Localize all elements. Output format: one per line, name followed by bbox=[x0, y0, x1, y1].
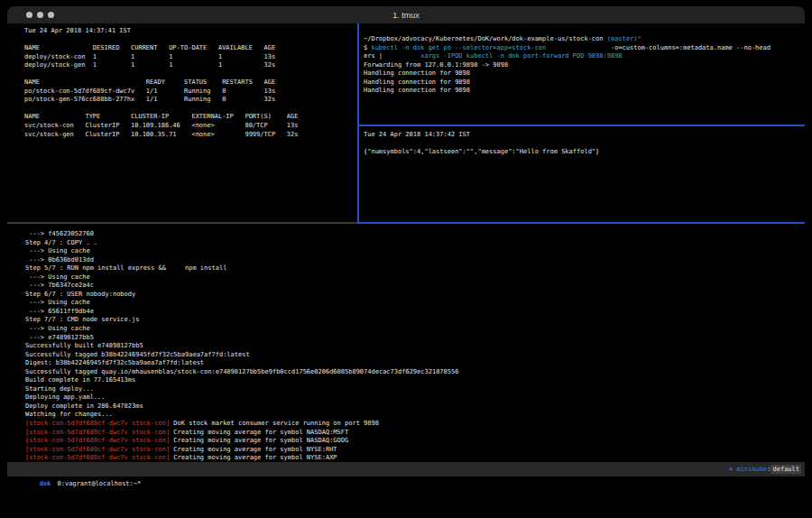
pane-border-vertical bbox=[357, 23, 359, 224]
terminal-line: NAME TYPE CLUSTER-IP EXTERNAL-IP PORT(S)… bbox=[24, 113, 354, 122]
pane-border-horizontal-right-bottom bbox=[357, 222, 805, 224]
terminal-line: Handling connection for 9898 bbox=[364, 69, 802, 79]
terminal-line: ---> Using cache bbox=[25, 247, 803, 256]
pane-port-forward[interactable]: ~/Dropbox/advocacy/Kubernetes/DoK/work/d… bbox=[364, 35, 802, 96]
terminal-line: ers | xargs -IPOD kubectl -n dok port-fo… bbox=[364, 52, 802, 61]
terminal-line: Step 4/7 : COPY . . bbox=[25, 239, 803, 248]
terminal-line: Step 5/7 : RUN npm install express && np… bbox=[25, 264, 803, 273]
pane-skaffold-log[interactable]: ---> f45623052760Step 4/7 : COPY . . ---… bbox=[25, 230, 803, 463]
terminal-line: {"numsymbols":4,"lastseen":"","message":… bbox=[364, 148, 802, 157]
terminal-line: Step 6/7 : USER nobody:nobody bbox=[25, 291, 803, 300]
terminal-line: ---> 65611ff9db4e bbox=[25, 308, 803, 317]
terminal-line: Tue 24 Apr 2018 14:37:42 IST bbox=[364, 131, 802, 140]
terminal-line: [stock-con-5d7df689cf-dwc7v stock-con] C… bbox=[25, 429, 803, 438]
kube-context-name: minikube bbox=[737, 466, 768, 473]
terminal-line: Successfully tagged quay.io/mhausenblas/… bbox=[25, 368, 803, 377]
kube-namespace: default bbox=[770, 465, 801, 474]
terminal-line: Digest: b38b42246945fd7f32c5ba9aea7af7fd… bbox=[25, 359, 803, 368]
terminal-line: Handling connection for 9898 bbox=[364, 79, 802, 88]
terminal-line: ---> Using cache bbox=[25, 273, 803, 282]
pane-border-horizontal-left bbox=[7, 222, 357, 224]
titlebar: 1. tmux bbox=[7, 6, 805, 23]
terminal-line: Handling connection for 9898 bbox=[364, 87, 802, 96]
terminal-line: po/stock-con-5d7df689cf-dwc7v 1/1 Runnin… bbox=[24, 88, 354, 97]
terminal-line: NAME READY STATUS RESTARTS AGE bbox=[24, 79, 354, 88]
terminal-line bbox=[364, 140, 802, 149]
pane-service-response[interactable]: Tue 24 Apr 2018 14:37:42 IST{"numsymbols… bbox=[364, 131, 802, 157]
terminal-line: Watching for changes... bbox=[25, 411, 803, 420]
window-title: 1. tmux bbox=[7, 11, 805, 20]
pane-border-horizontal-right bbox=[357, 125, 805, 126]
terminal-window: 1. tmux Tue 24 Apr 2018 14:37:41 ISTNAME… bbox=[0, 0, 812, 518]
terminal-line: Tue 24 Apr 2018 14:37:41 IST bbox=[24, 27, 354, 36]
terminal-line: ---> Using cache bbox=[25, 299, 803, 308]
terminal-line: NAME DESIRED CURRENT UP-TO-DATE AVAILABL… bbox=[24, 44, 354, 53]
terminal-line: svc/stock-gen ClusterIP 10.100.35.71 <no… bbox=[24, 131, 354, 140]
terminal-line: ---> Using cache bbox=[25, 325, 803, 334]
terminal-line: svc/stock-con ClusterIP 10.109.186.46 <n… bbox=[24, 122, 354, 131]
terminal-line: Step 7/7 : CMD node service.js bbox=[25, 316, 803, 325]
terminal-line: ---> 7b6347ce2a4c bbox=[25, 282, 803, 291]
terminal-line: deploy/stock-gen 1 1 1 1 32s bbox=[24, 61, 354, 70]
kubernetes-helm-icon: ⎈ bbox=[729, 466, 736, 473]
kube-context-indicator: ⎈ minikube:default bbox=[729, 462, 801, 476]
terminal-line: ---> e74898127bb5 bbox=[25, 334, 803, 343]
terminal-line: Starting deploy... bbox=[25, 385, 803, 394]
terminal-line bbox=[24, 36, 354, 45]
terminal-line: Deploy complete in 286.647823ms bbox=[25, 402, 803, 412]
tmux-window-item[interactable]: 0:vagrant@localhost:~* bbox=[58, 480, 142, 487]
terminal-line: [stock-con-5d7df689cf-dwc7v stock-con] C… bbox=[25, 446, 803, 455]
terminal-line: Successfully built e74898127bb5 bbox=[25, 342, 803, 351]
terminal-line bbox=[24, 105, 354, 114]
pane-kubectl-watch[interactable]: Tue 24 Apr 2018 14:37:41 ISTNAME DESIRED… bbox=[24, 27, 354, 139]
terminal-line: ---> 0b636bd013dd bbox=[25, 256, 803, 265]
terminal-line: Successfully tagged b38b42246945fd7f32c5… bbox=[25, 351, 803, 360]
terminal-line: [stock-con-5d7df689cf-dwc7v stock-con] C… bbox=[25, 437, 803, 446]
terminal-line: Forwarding from 127.0.0.1:9898 -> 9898 bbox=[364, 61, 802, 70]
terminal-line: $ kubectl -n dok get po --selector=app=s… bbox=[364, 44, 802, 53]
terminal-line: [stock-con-5d7df689cf-dwc7v stock-con] D… bbox=[25, 420, 803, 429]
terminal-line: deploy/stock-con 1 1 1 1 13s bbox=[24, 53, 354, 62]
tmux-status-bar: dok0:vagrant@localhost:~* ⎈ minikube:def… bbox=[7, 462, 805, 476]
terminal-line bbox=[24, 70, 354, 79]
terminal-line: ---> f45623052760 bbox=[25, 230, 803, 239]
terminal-line: po/stock-gen-576cc688bb-277hx 1/1 Runnin… bbox=[24, 96, 354, 105]
tmux-session-name: dok bbox=[40, 480, 51, 487]
terminal-line: Deploying app.yaml... bbox=[25, 393, 803, 402]
terminal-line: ~/Dropbox/advocacy/Kubernetes/DoK/work/d… bbox=[364, 35, 802, 44]
terminal-line: Build complete in 77.165413ms bbox=[25, 376, 803, 385]
